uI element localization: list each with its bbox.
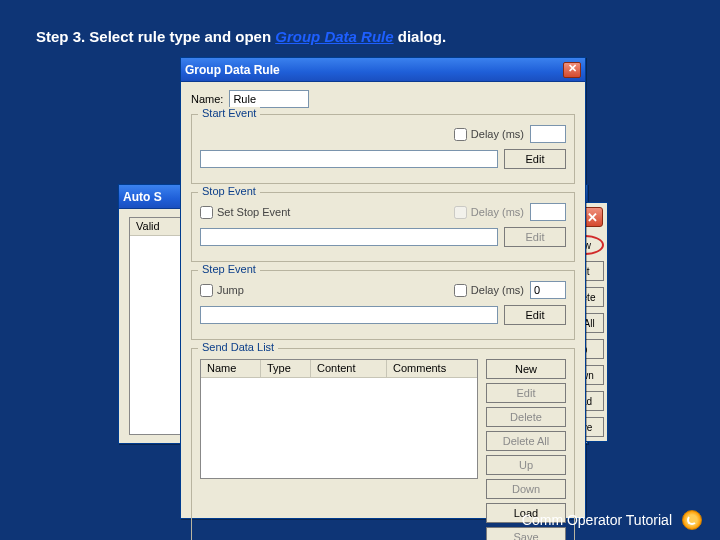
list-down-button: Down: [486, 479, 566, 499]
set-stop-label: Set Stop Event: [217, 206, 290, 218]
start-delay-field[interactable]: [530, 125, 566, 143]
footer-text: Comm Operator Tutorial: [522, 512, 672, 528]
col-name: Name: [201, 360, 261, 377]
group-label: Step Event: [198, 263, 260, 275]
step-event-group: Step Event Jump Delay (ms) Edit: [191, 270, 575, 340]
send-data-list-group: Send Data List Name Type Content Comment…: [191, 348, 575, 540]
stop-event-group: Stop Event Set Stop Event Delay (ms) Edi…: [191, 192, 575, 262]
group-data-rule-dialog: Group Data Rule ✕ Name: Start Event Dela…: [180, 57, 586, 519]
stop-edit-button: Edit: [504, 227, 566, 247]
step-delay-label: Delay (ms): [471, 284, 524, 296]
dialog-title: Group Data Rule: [185, 63, 563, 77]
titlebar: Group Data Rule ✕: [181, 58, 585, 82]
start-event-field[interactable]: [200, 150, 498, 168]
list-new-button[interactable]: New: [486, 359, 566, 379]
step-heading: Step 3. Select rule type and open Group …: [36, 28, 446, 45]
list-edit-button: Edit: [486, 383, 566, 403]
list-delete-button: Delete: [486, 407, 566, 427]
step-delay-field[interactable]: [530, 281, 566, 299]
col-type: Type: [261, 360, 311, 377]
group-label: Send Data List: [198, 341, 278, 353]
jump-label: Jump: [217, 284, 244, 296]
step-edit-button[interactable]: Edit: [504, 305, 566, 325]
close-icon[interactable]: ✕: [563, 62, 581, 78]
col-content: Content: [311, 360, 387, 377]
list-header: Name Type Content Comments: [201, 360, 477, 378]
set-stop-check[interactable]: [200, 206, 213, 219]
step-delay-check[interactable]: [454, 284, 467, 297]
col-comments: Comments: [387, 360, 477, 377]
stop-event-field: [200, 228, 498, 246]
list-up-button: Up: [486, 455, 566, 475]
stop-delay-check: [454, 206, 467, 219]
name-label: Name:: [191, 93, 223, 105]
list-save-button: Save: [486, 527, 566, 540]
start-edit-button[interactable]: Edit: [504, 149, 566, 169]
start-delay-label: Delay (ms): [471, 128, 524, 140]
group-label: Stop Event: [198, 185, 260, 197]
jump-check[interactable]: [200, 284, 213, 297]
send-data-list[interactable]: Name Type Content Comments: [200, 359, 478, 479]
stop-delay-field: [530, 203, 566, 221]
start-delay-check[interactable]: [454, 128, 467, 141]
start-event-group: Start Event Delay (ms) Edit: [191, 114, 575, 184]
logo-icon: [682, 510, 702, 530]
list-body[interactable]: [201, 378, 477, 478]
name-field[interactable]: [229, 90, 309, 108]
group-label: Start Event: [198, 107, 260, 119]
step-event-field[interactable]: [200, 306, 498, 324]
list-delete-all-button: Delete All: [486, 431, 566, 451]
stop-delay-label: Delay (ms): [471, 206, 524, 218]
